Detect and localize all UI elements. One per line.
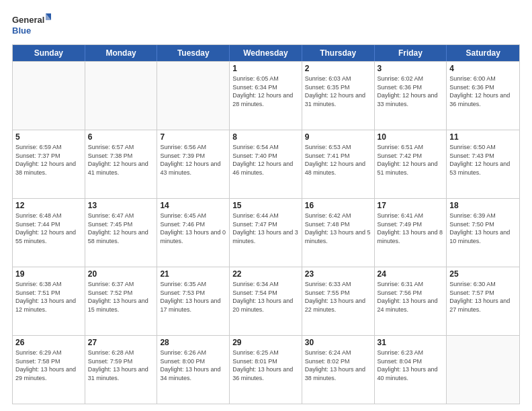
day-cell: 26Sunrise: 6:29 AM Sunset: 7:58 PM Dayli… [13, 336, 85, 404]
day-number: 21 [160, 269, 226, 279]
day-number: 16 [305, 201, 371, 210]
day-cell: 28Sunrise: 6:26 AM Sunset: 8:00 PM Dayli… [157, 336, 230, 404]
day-number: 5 [15, 132, 82, 142]
day-cell: 22Sunrise: 6:34 AM Sunset: 7:54 PM Dayli… [230, 267, 302, 335]
day-info: Sunrise: 6:23 AM Sunset: 8:04 PM Dayligh… [378, 349, 444, 382]
day-cell: 1Sunrise: 6:05 AM Sunset: 6:34 PM Daylig… [230, 62, 302, 130]
logo-svg: General Blue [12, 12, 52, 38]
day-number: 6 [88, 132, 154, 142]
day-info: Sunrise: 6:41 AM Sunset: 7:49 PM Dayligh… [378, 212, 444, 245]
day-number: 19 [15, 269, 82, 279]
day-cell: 12Sunrise: 6:48 AM Sunset: 7:44 PM Dayli… [13, 199, 85, 267]
day-number: 27 [88, 338, 154, 347]
day-info: Sunrise: 6:37 AM Sunset: 7:52 PM Dayligh… [88, 280, 154, 314]
day-number: 31 [378, 338, 444, 347]
svg-text:Blue: Blue [12, 26, 31, 36]
day-info: Sunrise: 6:03 AM Sunset: 6:35 PM Dayligh… [305, 75, 371, 108]
day-number: 28 [160, 338, 226, 347]
day-number: 20 [88, 269, 154, 279]
day-cell: 19Sunrise: 6:38 AM Sunset: 7:51 PM Dayli… [13, 267, 85, 335]
day-info: Sunrise: 6:48 AM Sunset: 7:44 PM Dayligh… [15, 212, 82, 245]
day-number: 25 [449, 269, 517, 279]
day-info: Sunrise: 6:54 AM Sunset: 7:40 PM Dayligh… [232, 143, 299, 177]
day-cell: 30Sunrise: 6:24 AM Sunset: 8:02 PM Dayli… [302, 336, 375, 404]
day-info: Sunrise: 6:45 AM Sunset: 7:46 PM Dayligh… [160, 212, 226, 245]
day-cell: 18Sunrise: 6:39 AM Sunset: 7:50 PM Dayli… [447, 199, 519, 267]
day-number: 1 [232, 64, 299, 73]
day-info: Sunrise: 6:53 AM Sunset: 7:41 PM Dayligh… [305, 143, 371, 177]
day-cell [13, 62, 85, 130]
day-info: Sunrise: 6:42 AM Sunset: 7:48 PM Dayligh… [305, 212, 371, 245]
week-row-3: 12Sunrise: 6:48 AM Sunset: 7:44 PM Dayli… [13, 198, 519, 267]
day-info: Sunrise: 6:28 AM Sunset: 7:59 PM Dayligh… [88, 349, 154, 382]
day-info: Sunrise: 6:29 AM Sunset: 7:58 PM Dayligh… [15, 349, 82, 382]
day-info: Sunrise: 6:05 AM Sunset: 6:34 PM Dayligh… [232, 75, 299, 108]
svg-text:General: General [12, 15, 44, 25]
day-cell: 23Sunrise: 6:33 AM Sunset: 7:55 PM Dayli… [302, 267, 375, 335]
day-cell: 3Sunrise: 6:02 AM Sunset: 6:36 PM Daylig… [375, 62, 447, 130]
day-number: 24 [378, 269, 444, 279]
day-number: 9 [305, 132, 371, 142]
day-cell: 8Sunrise: 6:54 AM Sunset: 7:40 PM Daylig… [230, 130, 302, 198]
weekday-header-friday: Friday [375, 45, 447, 61]
day-info: Sunrise: 6:24 AM Sunset: 8:02 PM Dayligh… [305, 349, 371, 382]
day-cell: 24Sunrise: 6:31 AM Sunset: 7:56 PM Dayli… [375, 267, 447, 335]
day-cell: 13Sunrise: 6:47 AM Sunset: 7:45 PM Dayli… [85, 199, 158, 267]
day-cell: 31Sunrise: 6:23 AM Sunset: 8:04 PM Dayli… [375, 336, 447, 404]
day-number: 4 [449, 64, 517, 73]
day-cell: 10Sunrise: 6:51 AM Sunset: 7:42 PM Dayli… [375, 130, 447, 198]
day-cell: 27Sunrise: 6:28 AM Sunset: 7:59 PM Dayli… [85, 336, 158, 404]
week-row-4: 19Sunrise: 6:38 AM Sunset: 7:51 PM Dayli… [13, 267, 519, 335]
week-row-1: 1Sunrise: 6:05 AM Sunset: 6:34 PM Daylig… [13, 61, 519, 130]
day-info: Sunrise: 6:47 AM Sunset: 7:45 PM Dayligh… [88, 212, 154, 245]
weekday-header-thursday: Thursday [302, 45, 375, 61]
day-cell: 7Sunrise: 6:56 AM Sunset: 7:39 PM Daylig… [157, 130, 230, 198]
day-cell: 5Sunrise: 6:59 AM Sunset: 7:37 PM Daylig… [13, 130, 85, 198]
day-info: Sunrise: 6:02 AM Sunset: 6:36 PM Dayligh… [378, 75, 444, 108]
day-number: 10 [378, 132, 444, 142]
day-number: 3 [378, 64, 444, 73]
day-number: 7 [160, 132, 226, 142]
day-cell: 4Sunrise: 6:00 AM Sunset: 6:36 PM Daylig… [447, 62, 519, 130]
weekday-header-tuesday: Tuesday [157, 45, 230, 61]
day-cell: 17Sunrise: 6:41 AM Sunset: 7:49 PM Dayli… [375, 199, 447, 267]
weekday-header-sunday: Sunday [13, 45, 85, 61]
day-info: Sunrise: 6:57 AM Sunset: 7:38 PM Dayligh… [88, 143, 154, 177]
day-info: Sunrise: 6:35 AM Sunset: 7:53 PM Dayligh… [160, 280, 226, 314]
day-cell: 11Sunrise: 6:50 AM Sunset: 7:43 PM Dayli… [447, 130, 519, 198]
day-number: 14 [160, 201, 226, 210]
day-cell: 29Sunrise: 6:25 AM Sunset: 8:01 PM Dayli… [230, 336, 302, 404]
day-number: 23 [305, 269, 371, 279]
day-info: Sunrise: 6:30 AM Sunset: 7:57 PM Dayligh… [449, 280, 517, 314]
day-cell: 9Sunrise: 6:53 AM Sunset: 7:41 PM Daylig… [302, 130, 375, 198]
day-info: Sunrise: 6:31 AM Sunset: 7:56 PM Dayligh… [378, 280, 444, 314]
day-number: 13 [88, 201, 154, 210]
header: General Blue [12, 12, 520, 38]
day-info: Sunrise: 6:44 AM Sunset: 7:47 PM Dayligh… [232, 212, 299, 245]
day-cell: 21Sunrise: 6:35 AM Sunset: 7:53 PM Dayli… [157, 267, 230, 335]
day-number: 22 [232, 269, 299, 279]
day-info: Sunrise: 6:39 AM Sunset: 7:50 PM Dayligh… [449, 212, 517, 245]
day-cell: 6Sunrise: 6:57 AM Sunset: 7:38 PM Daylig… [85, 130, 158, 198]
day-cell: 14Sunrise: 6:45 AM Sunset: 7:46 PM Dayli… [157, 199, 230, 267]
day-info: Sunrise: 6:50 AM Sunset: 7:43 PM Dayligh… [449, 143, 517, 177]
day-cell [157, 62, 230, 130]
day-info: Sunrise: 6:33 AM Sunset: 7:55 PM Dayligh… [305, 280, 371, 314]
day-info: Sunrise: 6:38 AM Sunset: 7:51 PM Dayligh… [15, 280, 82, 314]
day-number: 17 [378, 201, 444, 210]
week-row-2: 5Sunrise: 6:59 AM Sunset: 7:37 PM Daylig… [13, 130, 519, 198]
day-cell [85, 62, 158, 130]
page: General Blue SundayMondayTuesdayWednesda… [0, 0, 532, 411]
day-info: Sunrise: 6:25 AM Sunset: 8:01 PM Dayligh… [232, 349, 299, 382]
day-number: 26 [15, 338, 82, 347]
day-cell [447, 336, 519, 404]
day-number: 12 [15, 201, 82, 210]
weekday-header-wednesday: Wednesday [230, 45, 302, 61]
day-info: Sunrise: 6:51 AM Sunset: 7:42 PM Dayligh… [378, 143, 444, 177]
logo: General Blue [12, 12, 52, 38]
day-number: 11 [449, 132, 517, 142]
day-number: 29 [232, 338, 299, 347]
day-cell: 20Sunrise: 6:37 AM Sunset: 7:52 PM Dayli… [85, 267, 158, 335]
day-cell: 15Sunrise: 6:44 AM Sunset: 7:47 PM Dayli… [230, 199, 302, 267]
weekday-header-saturday: Saturday [447, 45, 519, 61]
